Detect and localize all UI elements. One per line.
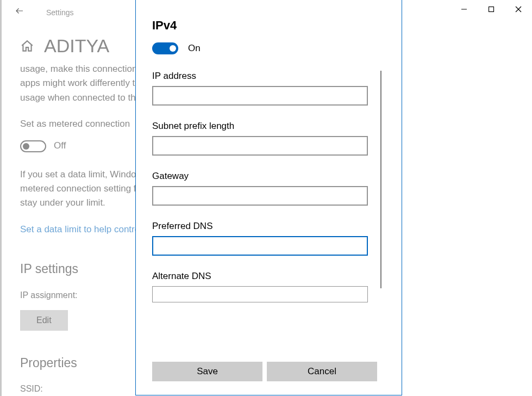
dialog-form: IP address Subnet prefix length Gateway … (152, 71, 385, 302)
subnet-group: Subnet prefix length (152, 121, 385, 156)
ip-address-group: IP address (152, 71, 385, 106)
metered-toggle[interactable] (20, 140, 46, 152)
close-icon (515, 6, 522, 13)
window-controls (450, 0, 532, 18)
ipv4-toggle-row: On (152, 42, 385, 54)
dialog-title: IPv4 (152, 18, 385, 33)
metered-toggle-state: Off (54, 139, 66, 153)
ip-settings-dialog: IPv4 On IP address Subnet prefix length … (135, 0, 402, 395)
svg-rect-1 (489, 7, 494, 12)
alternate-dns-input[interactable] (152, 286, 368, 302)
subnet-input[interactable] (152, 136, 368, 156)
alternate-dns-group: Alternate DNS (152, 271, 385, 302)
minimize-button[interactable] (450, 0, 478, 18)
gateway-group: Gateway (152, 171, 385, 206)
back-button[interactable] (15, 6, 31, 18)
ipv4-toggle[interactable] (152, 42, 178, 54)
cancel-button[interactable]: Cancel (267, 362, 377, 381)
page-title: ADITYA (44, 35, 109, 57)
arrow-left-icon (15, 6, 24, 16)
preferred-dns-label: Preferred DNS (152, 221, 385, 232)
home-icon (20, 39, 34, 53)
settings-title: Settings (46, 8, 74, 17)
save-button[interactable]: Save (152, 362, 262, 381)
maximize-button[interactable] (478, 0, 505, 18)
gateway-label: Gateway (152, 171, 385, 182)
edit-button[interactable]: Edit (20, 310, 68, 331)
ip-address-label: IP address (152, 71, 385, 82)
maximize-icon (488, 6, 495, 13)
subnet-label: Subnet prefix length (152, 121, 385, 132)
dialog-buttons: Save Cancel (152, 362, 377, 381)
minimize-icon (461, 6, 467, 13)
scrollbar[interactable] (380, 71, 381, 288)
close-button[interactable] (505, 0, 532, 18)
alternate-dns-label: Alternate DNS (152, 271, 385, 282)
ip-address-input[interactable] (152, 86, 368, 106)
preferred-dns-input[interactable] (152, 236, 368, 256)
ipv4-toggle-state: On (188, 43, 201, 54)
gateway-input[interactable] (152, 186, 368, 206)
preferred-dns-group: Preferred DNS (152, 221, 385, 256)
